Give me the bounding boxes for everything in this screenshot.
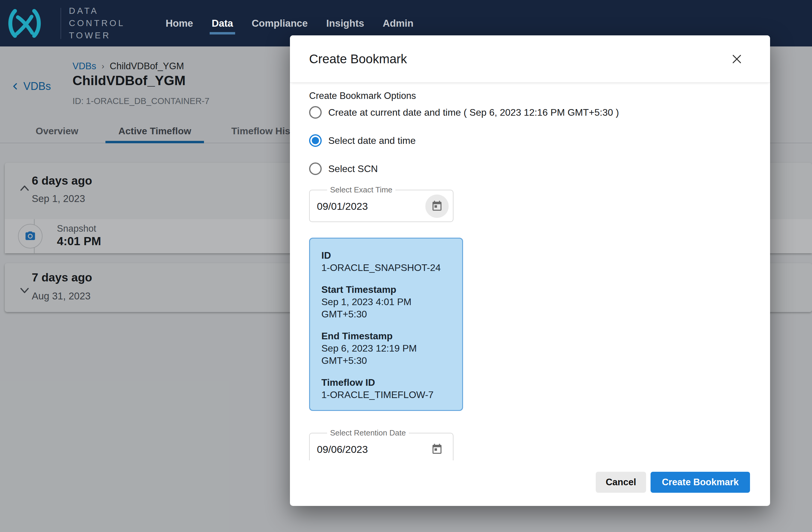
- modal-header: Create Bookmark: [290, 36, 770, 83]
- create-bookmark-modal: Create Bookmark Create Bookmark Options …: [290, 36, 770, 506]
- create-bookmark-button[interactable]: Create Bookmark: [651, 472, 750, 493]
- radio-unselected-icon[interactable]: [309, 163, 322, 175]
- info-label: Timeflow ID: [321, 376, 454, 389]
- modal-title: Create Bookmark: [309, 52, 407, 66]
- snapshot-info-panel: ID 1-ORACLE_SNAPSHOT-24 Start Timestamp …: [309, 238, 463, 411]
- exact-time-calendar-button[interactable]: [425, 195, 449, 218]
- exact-time-field[interactable]: Select Exact Time 09/01/2023: [309, 185, 453, 222]
- info-value: GMT+5:30: [321, 354, 454, 367]
- dct-logo-icon: [5, 6, 44, 40]
- exact-time-field-label: Select Exact Time: [327, 185, 395, 195]
- app-window: DATA CONTROL TOWER Home Data Compliance …: [0, 0, 812, 532]
- cancel-button[interactable]: Cancel: [596, 472, 646, 493]
- info-field-start-timestamp: Start Timestamp Sep 1, 2023 4:01 PM GMT+…: [321, 283, 454, 320]
- calendar-icon: [431, 200, 443, 212]
- close-icon: [730, 53, 743, 65]
- radio-unselected-icon[interactable]: [309, 106, 322, 119]
- nav-item-home[interactable]: Home: [165, 0, 193, 46]
- info-label: ID: [321, 249, 454, 262]
- info-field-id: ID 1-ORACLE_SNAPSHOT-24: [321, 249, 454, 274]
- brand-wordmark: DATA CONTROL TOWER: [69, 5, 125, 42]
- radio-label: Select date and time: [328, 135, 416, 146]
- modal-footer: Cancel Create Bookmark: [290, 460, 770, 506]
- info-value: GMT+5:30: [321, 308, 454, 320]
- options-heading: Create Bookmark Options: [309, 90, 751, 101]
- radio-label: Create at current date and time ( Sep 6,…: [328, 107, 619, 118]
- radio-selected-icon[interactable]: [309, 134, 322, 147]
- nav-item-data[interactable]: Data: [212, 0, 233, 46]
- info-value: Sep 1, 2023 4:01 PM: [321, 296, 454, 308]
- retention-date-input[interactable]: 09/06/2023: [317, 444, 425, 455]
- radio-label: Select SCN: [328, 163, 378, 174]
- modal-body: Create Bookmark Options Create at curren…: [290, 83, 770, 460]
- info-label: End Timestamp: [321, 330, 454, 342]
- close-button[interactable]: [729, 51, 745, 67]
- retention-calendar-button[interactable]: [425, 438, 449, 460]
- retention-date-field-label: Select Retention Date: [327, 428, 409, 438]
- info-field-end-timestamp: End Timestamp Sep 6, 2023 12:19 PM GMT+5…: [321, 330, 454, 367]
- exact-time-input[interactable]: 09/01/2023: [317, 200, 425, 212]
- info-value: 1-ORACLE_SNAPSHOT-24: [321, 262, 454, 274]
- radio-option-select-scn[interactable]: Select SCN: [309, 163, 751, 175]
- brand-line: TOWER: [69, 29, 125, 42]
- radio-option-current-time[interactable]: Create at current date and time ( Sep 6,…: [309, 106, 751, 119]
- brand-divider: [60, 8, 61, 39]
- info-label: Start Timestamp: [321, 283, 454, 296]
- radio-option-select-date-time[interactable]: Select date and time: [309, 134, 751, 147]
- calendar-icon: [431, 443, 443, 455]
- retention-date-field[interactable]: Select Retention Date 09/06/2023: [309, 428, 453, 460]
- brand-line: DATA: [69, 5, 125, 17]
- brand-line: CONTROL: [69, 17, 125, 29]
- info-value: Sep 6, 2023 12:19 PM: [321, 342, 454, 354]
- info-value: 1-ORACLE_TIMEFLOW-7: [321, 389, 454, 401]
- info-field-timeflow-id: Timeflow ID 1-ORACLE_TIMEFLOW-7: [321, 376, 454, 401]
